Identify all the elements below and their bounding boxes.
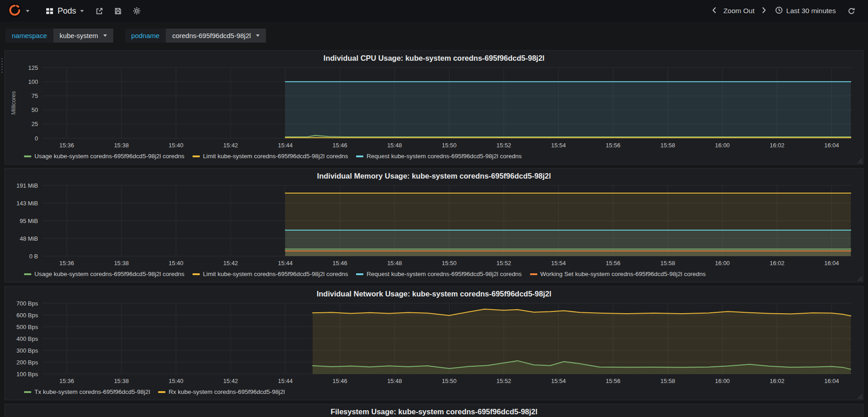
svg-text:15:56: 15:56 — [606, 142, 621, 149]
row-drag-handle[interactable] — [1, 58, 3, 73]
dashboard: Individual CPU Usage: kube-system coredn… — [0, 50, 868, 417]
svg-text:75: 75 — [32, 92, 38, 99]
legend-item[interactable]: Limit kube-system coredns-695f96dcd5-98j… — [193, 271, 348, 277]
svg-text:15:58: 15:58 — [661, 142, 675, 149]
svg-text:16:00: 16:00 — [715, 260, 730, 267]
refresh-icon — [848, 7, 855, 15]
settings-button[interactable] — [127, 3, 146, 19]
svg-text:15:38: 15:38 — [114, 142, 129, 149]
svg-text:48 MiB: 48 MiB — [20, 235, 38, 242]
podname-select[interactable]: coredns-695f96dcd5-98j2l — [166, 29, 265, 43]
svg-text:15:36: 15:36 — [59, 378, 74, 384]
svg-text:15:56: 15:56 — [606, 378, 621, 384]
chevron-down-icon — [103, 34, 107, 37]
panel-title-memory[interactable]: Individual Memory Usage: kube-system cor… — [5, 169, 863, 182]
legend-series-swatch — [530, 273, 537, 275]
variable-podname-label: podname — [125, 29, 166, 43]
svg-text:400 Bps: 400 Bps — [16, 335, 38, 342]
chevron-down-icon — [80, 10, 84, 12]
svg-text:15:44: 15:44 — [278, 142, 293, 149]
legend-item[interactable]: Tx kube-system coredns-695f96dcd5-98j2l — [24, 388, 150, 395]
svg-text:15:52: 15:52 — [497, 260, 511, 267]
legend-series-swatch — [24, 391, 31, 393]
svg-text:300 Bps: 300 Bps — [16, 347, 38, 354]
svg-text:200 Bps: 200 Bps — [16, 359, 38, 366]
legend-item[interactable]: Request kube-system coredns-695f96dcd5-9… — [356, 271, 521, 277]
legend-item[interactable]: Working Set kube-system coredns-695f96dc… — [530, 271, 706, 277]
legend-item[interactable]: Limit kube-system coredns-695f96dcd5-98j… — [193, 153, 348, 160]
time-shift-forward-button[interactable] — [759, 3, 769, 19]
legend-series-name: Request kube-system coredns-695f96dcd5-9… — [366, 271, 521, 277]
dashboard-picker-button[interactable]: Pods — [39, 3, 90, 19]
svg-text:16:04: 16:04 — [825, 142, 839, 149]
gear-icon — [133, 7, 141, 15]
namespace-selected-value: kube-system — [60, 32, 98, 39]
svg-text:16:02: 16:02 — [770, 142, 785, 149]
svg-text:15:42: 15:42 — [223, 142, 238, 149]
svg-text:15:50: 15:50 — [442, 260, 457, 267]
clock-icon — [775, 6, 783, 16]
grafana-logo-button[interactable] — [5, 0, 33, 22]
namespace-select[interactable]: kube-system — [53, 29, 113, 43]
svg-text:15:58: 15:58 — [661, 260, 675, 267]
svg-text:15:42: 15:42 — [223, 260, 238, 267]
legend-series-name: Request kube-system coredns-695f96dcd5-9… — [366, 153, 521, 160]
share-button[interactable] — [90, 4, 109, 19]
legend-item[interactable]: Request kube-system coredns-695f96dcd5-9… — [356, 153, 521, 160]
svg-text:15:44: 15:44 — [278, 260, 293, 267]
dashboard-title: Pods — [58, 6, 76, 16]
save-button[interactable] — [109, 4, 127, 19]
svg-text:16:00: 16:00 — [715, 142, 730, 149]
grafana-logo-icon — [7, 3, 22, 19]
legend-item[interactable]: Usage kube-system coredns-695f96dcd5-98j… — [24, 271, 184, 277]
panel-title-filesystem[interactable]: Filesystem Usage: kube-system coredns-69… — [5, 404, 863, 417]
svg-text:125: 125 — [28, 64, 38, 71]
panel-title-network[interactable]: Individual Network Usage: kube-system co… — [5, 286, 863, 300]
svg-text:15:44: 15:44 — [278, 378, 293, 384]
legend-series-name: Limit kube-system coredns-695f96dcd5-98j… — [203, 153, 348, 160]
svg-text:15:46: 15:46 — [333, 378, 347, 384]
svg-text:Millicores: Millicores — [10, 91, 17, 115]
cpu-usage-legend: Usage kube-system coredns-695f96dcd5-98j… — [5, 151, 863, 164]
variable-namespace-label: namespace — [5, 29, 53, 43]
legend-item[interactable]: Rx kube-system coredns-695f96dcd5-98j2l — [158, 388, 285, 395]
legend-series-name: Usage kube-system coredns-695f96dcd5-98j… — [34, 153, 184, 160]
network-usage-chart[interactable]: 15:3615:3815:4015:4215:4415:4615:4815:50… — [9, 300, 859, 387]
legend-series-name: Usage kube-system coredns-695f96dcd5-98j… — [34, 271, 184, 277]
svg-text:16:04: 16:04 — [825, 260, 839, 267]
svg-text:15:38: 15:38 — [114, 260, 129, 267]
legend-series-swatch — [356, 155, 363, 157]
refresh-button[interactable] — [842, 4, 861, 19]
navbar: Pods — [0, 0, 868, 22]
svg-text:15:52: 15:52 — [497, 142, 511, 149]
time-shift-back-button[interactable] — [709, 3, 719, 19]
time-range-label: Last 30 minutes — [786, 7, 836, 15]
svg-text:15:52: 15:52 — [497, 378, 511, 384]
cpu-usage-chart[interactable]: 15:3615:3815:4015:4215:4415:4615:4815:50… — [9, 64, 859, 151]
time-range-button[interactable]: Last 30 minutes — [770, 3, 841, 19]
panel-title-cpu[interactable]: Individual CPU Usage: kube-system coredn… — [5, 51, 863, 64]
panel-network-usage: Individual Network Usage: kube-system co… — [5, 286, 863, 400]
svg-text:100: 100 — [28, 78, 38, 85]
legend-item[interactable]: Usage kube-system coredns-695f96dcd5-98j… — [24, 153, 184, 160]
legend-series-swatch — [24, 155, 31, 157]
memory-usage-legend: Usage kube-system coredns-695f96dcd5-98j… — [5, 269, 863, 282]
svg-text:191 MiB: 191 MiB — [16, 182, 38, 189]
svg-text:15:48: 15:48 — [387, 260, 402, 267]
legend-series-name: Tx kube-system coredns-695f96dcd5-98j2l — [34, 388, 150, 395]
svg-text:15:48: 15:48 — [387, 378, 402, 384]
zoom-out-button[interactable]: Zoom Out — [720, 3, 758, 19]
legend-series-name: Limit kube-system coredns-695f96dcd5-98j… — [203, 271, 348, 277]
svg-text:25: 25 — [32, 121, 38, 127]
svg-text:15:38: 15:38 — [114, 378, 129, 384]
svg-text:16:00: 16:00 — [715, 378, 730, 384]
svg-text:0: 0 — [35, 135, 38, 142]
svg-text:15:46: 15:46 — [333, 260, 347, 267]
chevron-left-icon — [712, 7, 716, 15]
share-icon — [96, 7, 103, 15]
svg-text:700 Bps: 700 Bps — [16, 300, 38, 307]
svg-text:15:54: 15:54 — [551, 142, 566, 149]
memory-usage-chart[interactable]: 15:3615:3815:4015:4215:4415:4615:4815:50… — [9, 182, 859, 269]
legend-series-name: Rx kube-system coredns-695f96dcd5-98j2l — [169, 388, 285, 395]
variable-podname: podname coredns-695f96dcd5-98j2l — [125, 29, 266, 43]
